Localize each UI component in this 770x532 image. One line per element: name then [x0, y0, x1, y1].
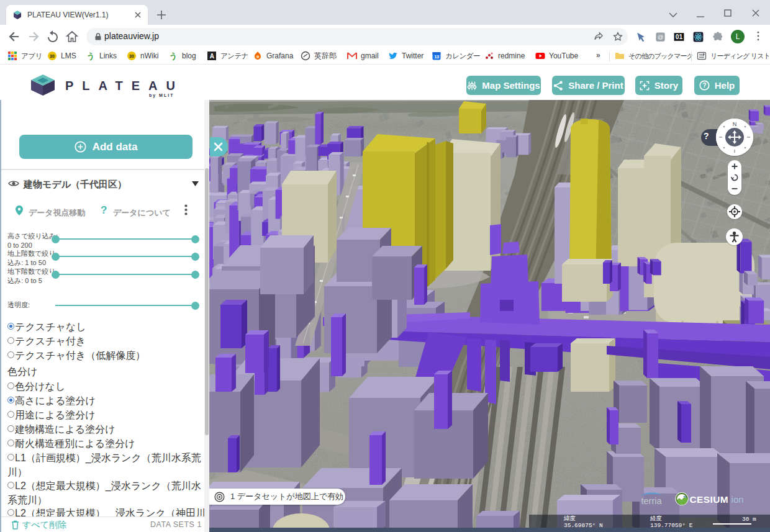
svg-text:30: 30 — [50, 54, 55, 58]
svg-text:@: @ — [658, 34, 664, 40]
svg-text:terria: terria — [641, 496, 662, 506]
svg-text:ion: ion — [732, 494, 744, 505]
svg-text:?: ? — [702, 81, 706, 89]
svg-text:30: 30 — [129, 54, 134, 58]
svg-text:13: 13 — [434, 54, 439, 60]
svg-text:CESIUM: CESIUM — [689, 494, 728, 505]
svg-text:う: う — [86, 52, 94, 61]
svg-text:う: う — [169, 52, 177, 61]
svg-text:N: N — [733, 121, 737, 127]
svg-text:01: 01 — [676, 34, 683, 40]
svg-text:A: A — [210, 53, 214, 60]
